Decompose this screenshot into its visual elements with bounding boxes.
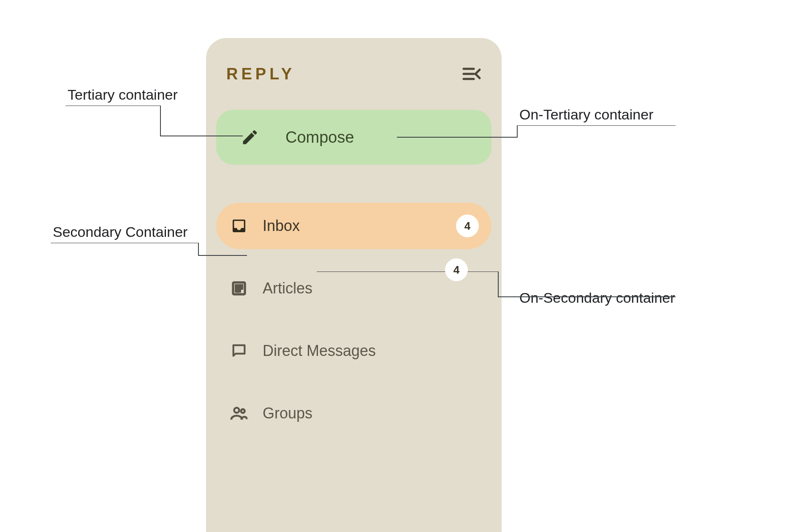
leader-tertiary <box>65 106 243 148</box>
nav-label-inbox: Inbox <box>263 217 300 235</box>
leader-on-tertiary <box>397 125 676 142</box>
nav-item-inbox[interactable]: Inbox 4 <box>216 203 491 249</box>
leader-secondary <box>51 243 247 264</box>
nav-item-dms[interactable]: Direct Messages <box>216 328 491 374</box>
badge-overlay: 4 <box>445 258 468 281</box>
nav-label-groups: Groups <box>263 404 312 422</box>
svg-point-7 <box>234 408 239 413</box>
drawer-header: REPLY <box>216 38 491 110</box>
nav-label-dms: Direct Messages <box>263 342 376 360</box>
leader-on-secondary <box>317 271 676 301</box>
pencil-icon <box>240 128 260 147</box>
menu-open-icon[interactable] <box>461 64 481 84</box>
brand-label: REPLY <box>226 65 295 83</box>
chat-icon <box>229 342 249 359</box>
callout-secondary: Secondary Container <box>53 224 187 240</box>
nav-label-articles: Articles <box>263 280 312 297</box>
callout-on-tertiary: On-Tertiary container <box>519 106 653 123</box>
inbox-icon <box>229 217 249 234</box>
article-icon <box>229 280 249 297</box>
svg-point-8 <box>241 409 245 413</box>
callout-tertiary: Tertiary container <box>68 87 178 103</box>
nav-badge-inbox: 4 <box>456 214 479 237</box>
nav-item-groups[interactable]: Groups <box>216 390 491 437</box>
diagram-stage: REPLY Compose <box>0 0 809 532</box>
group-icon <box>229 404 249 423</box>
compose-label: Compose <box>285 128 354 147</box>
